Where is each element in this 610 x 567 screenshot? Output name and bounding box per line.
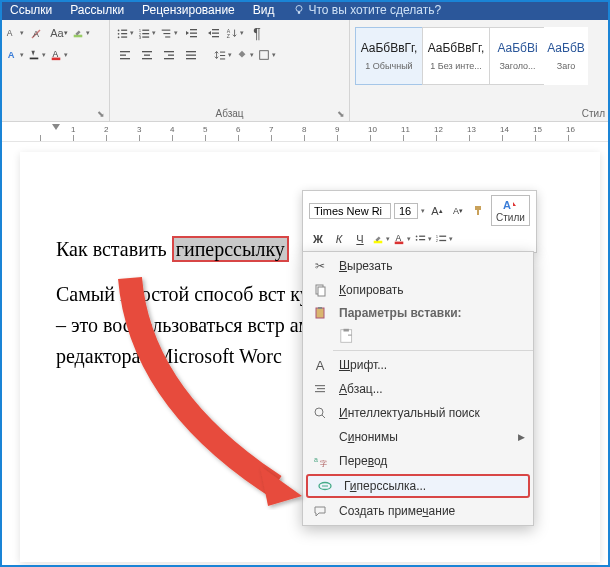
fill-button[interactable] xyxy=(236,46,254,64)
align-left-button[interactable] xyxy=(116,46,134,64)
multilevel-list-button[interactable] xyxy=(160,24,178,42)
style-no-spacing[interactable]: АаБбВвГг,1 Без инте... xyxy=(422,27,490,85)
svg-rect-10 xyxy=(121,30,127,31)
indent-marker-icon[interactable] xyxy=(52,124,60,130)
svg-text:A: A xyxy=(7,28,13,38)
svg-rect-1 xyxy=(297,12,299,14)
font-color-button[interactable]: A xyxy=(50,46,68,64)
numbering-button[interactable]: 123 xyxy=(138,24,156,42)
menu-translate[interactable]: a字Перевод xyxy=(303,449,533,473)
tell-me-label: Что вы хотите сделать? xyxy=(309,3,442,17)
shading-button[interactable] xyxy=(28,46,46,64)
menu-hyperlink[interactable]: Гиперссылка... xyxy=(306,474,530,498)
text-highlight-button[interactable] xyxy=(72,24,90,42)
svg-rect-64 xyxy=(341,330,352,343)
menu-cut[interactable]: ✂ВВырезатьырезать xyxy=(303,254,533,278)
svg-rect-51 xyxy=(395,242,404,245)
paste-option-icon xyxy=(339,327,357,345)
change-case-button[interactable]: Aa▾ xyxy=(50,24,68,42)
svg-rect-26 xyxy=(190,36,197,37)
menu-separator xyxy=(333,350,533,351)
line-spacing-button[interactable] xyxy=(214,46,232,64)
bullets-button[interactable] xyxy=(116,24,134,42)
svg-text:3: 3 xyxy=(139,35,142,40)
sort-button[interactable]: AZ xyxy=(226,24,244,42)
ribbon: A A Aa▾ A A ⬊ 123 AZ ¶ xyxy=(0,20,610,122)
mini-styles-button[interactable]: AСтили xyxy=(491,195,530,226)
svg-rect-43 xyxy=(186,58,196,59)
mini-toolbar: ▾ A▴ A▾ AСтили Ж К Ч A 12 xyxy=(302,190,537,253)
svg-rect-62 xyxy=(316,308,324,318)
menu-paste-option-keep-source[interactable] xyxy=(303,324,533,348)
format-painter-button[interactable] xyxy=(470,202,488,220)
menu-synonyms[interactable]: Синонимы▶ xyxy=(303,425,533,449)
svg-rect-46 xyxy=(220,58,225,59)
justify-button[interactable] xyxy=(182,46,200,64)
svg-rect-20 xyxy=(142,36,149,37)
decrease-indent-button[interactable] xyxy=(182,24,200,42)
svg-rect-44 xyxy=(220,52,225,53)
ruler[interactable]: 12345678910111213141516 xyxy=(0,122,610,142)
menu-copy[interactable]: Копировать xyxy=(303,278,533,302)
paste-icon xyxy=(311,304,329,322)
svg-rect-49 xyxy=(374,241,383,244)
tab-references[interactable]: Ссылки xyxy=(10,3,52,17)
svg-text:A: A xyxy=(33,29,39,39)
svg-text:A: A xyxy=(396,233,402,243)
grow-font-button[interactable]: A▴ xyxy=(428,202,446,220)
svg-rect-40 xyxy=(164,58,174,59)
svg-rect-28 xyxy=(212,33,219,34)
svg-rect-55 xyxy=(419,239,425,240)
svg-rect-53 xyxy=(419,236,425,237)
menu-new-comment[interactable]: Создать примечание xyxy=(303,499,533,523)
tab-view[interactable]: Вид xyxy=(253,3,275,17)
increase-indent-button[interactable] xyxy=(204,24,222,42)
menu-font[interactable]: AШрифт... xyxy=(303,353,533,377)
mini-font-size[interactable] xyxy=(394,203,418,219)
show-marks-button[interactable]: ¶ xyxy=(248,24,266,42)
style-heading2[interactable]: АаБбВЗаго xyxy=(544,27,588,85)
align-right-button[interactable] xyxy=(160,46,178,64)
dialog-launcher-icon[interactable]: ⬊ xyxy=(97,109,105,119)
menu-paragraph[interactable]: Абзац... xyxy=(303,377,533,401)
mini-italic-button[interactable]: К xyxy=(330,230,348,248)
style-label: 1 Без инте... xyxy=(430,61,481,71)
svg-rect-63 xyxy=(318,307,322,309)
font-icon: A xyxy=(311,356,329,374)
style-preview: АаБбВвГг, xyxy=(428,41,485,55)
svg-rect-35 xyxy=(142,51,152,52)
svg-text:2: 2 xyxy=(436,238,439,243)
comment-icon xyxy=(311,502,329,520)
svg-rect-41 xyxy=(186,51,196,52)
svg-point-11 xyxy=(118,33,120,35)
font-size-button[interactable]: A xyxy=(6,24,24,42)
svg-text:A: A xyxy=(8,49,15,60)
tell-me-search[interactable]: Что вы хотите сделать? xyxy=(293,3,442,17)
shrink-font-button[interactable]: A▾ xyxy=(449,202,467,220)
align-center-button[interactable] xyxy=(138,46,156,64)
svg-rect-21 xyxy=(162,30,171,31)
dialog-launcher-icon[interactable]: ⬊ xyxy=(337,109,345,119)
mini-numbering-button[interactable]: 12 xyxy=(435,230,453,248)
mini-bullets-button[interactable] xyxy=(414,230,432,248)
borders-button[interactable] xyxy=(258,46,276,64)
mini-font-color-button[interactable]: A xyxy=(393,230,411,248)
style-heading1[interactable]: АаБбВіЗаголо... xyxy=(489,27,545,85)
mini-underline-button[interactable]: Ч xyxy=(351,230,369,248)
search-icon xyxy=(311,404,329,422)
tab-review[interactable]: Рецензирование xyxy=(142,3,235,17)
svg-text:字: 字 xyxy=(320,460,327,467)
menu-smart-lookup[interactable]: Интеллектуальный поиск xyxy=(303,401,533,425)
style-normal[interactable]: АаБбВвГг,1 Обычный xyxy=(355,27,423,85)
paragraph-icon xyxy=(311,380,329,398)
tab-mailings[interactable]: Рассылки xyxy=(70,3,124,17)
clear-formatting-button[interactable]: A xyxy=(28,24,46,42)
mini-font-family[interactable] xyxy=(309,203,391,219)
svg-point-0 xyxy=(296,6,302,12)
mini-bold-button[interactable]: Ж xyxy=(309,230,327,248)
font-group: A A Aa▾ A A ⬊ xyxy=(0,20,110,121)
svg-rect-65 xyxy=(344,329,349,332)
mini-highlight-button[interactable] xyxy=(372,230,390,248)
text-effects-button[interactable]: A xyxy=(6,46,24,64)
copy-icon xyxy=(311,281,329,299)
